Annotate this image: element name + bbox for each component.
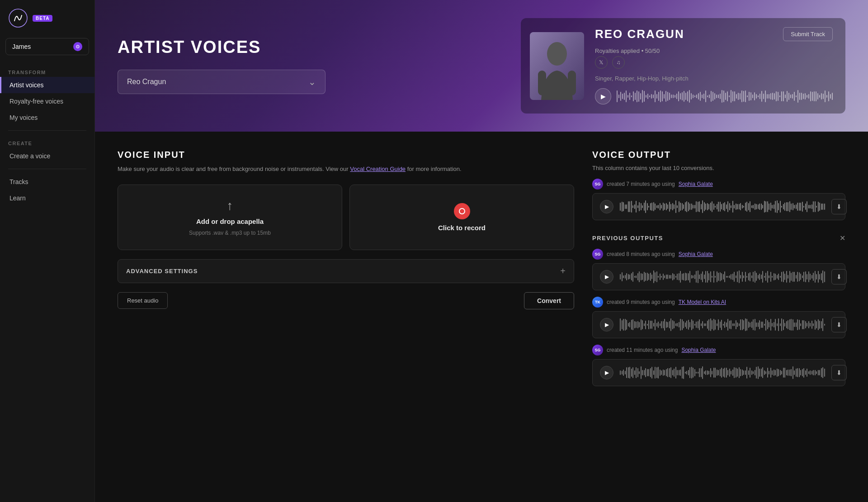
voice-input-desc-suffix: for more information. xyxy=(407,166,462,172)
prev-output-player-1: ▶ ⬇ xyxy=(592,311,845,338)
prev-output-download-button-0[interactable]: ⬇ xyxy=(831,269,847,284)
current-output-artist-link[interactable]: Sophia Galate xyxy=(679,181,713,187)
sidebar-item-label: Learn xyxy=(9,194,26,202)
submit-track-button[interactable]: Submit Track xyxy=(783,27,833,41)
artist-royalties: Royalties applied • 50/50 xyxy=(595,47,833,54)
prev-output-meta-1: TK created 9 minutes ago using TK Model … xyxy=(592,297,845,308)
sidebar-item-label: Royalty-free voices xyxy=(9,98,63,105)
vocal-creation-guide-link[interactable]: Vocal Creation Guide xyxy=(350,166,406,172)
chevron-down-icon: ⌄ xyxy=(308,76,316,87)
sidebar-item-my-voices[interactable]: My voices xyxy=(0,109,94,126)
artist-dropdown[interactable]: Reo Cragun ⌄ xyxy=(118,70,326,94)
previous-outputs-label: PREVIOUS OUTPUTS xyxy=(592,235,663,242)
avatar: SG xyxy=(592,179,603,189)
spotify-icon[interactable]: ♫ xyxy=(612,56,625,69)
artist-play-button[interactable]: ▶ xyxy=(595,88,611,104)
artist-silhouette xyxy=(530,32,584,100)
artist-social: 𝕏 ♫ xyxy=(595,56,833,69)
app-logo-icon xyxy=(8,8,28,28)
record-box-title: Click to record xyxy=(438,224,486,232)
hero-banner: ARTIST VOICES Reo Cragun ⌄ xyxy=(95,0,868,132)
voice-output-desc: This column contains your last 10 conver… xyxy=(592,165,845,171)
prev-output-download-button-1[interactable]: ⬇ xyxy=(831,317,847,332)
prev-output-player-2: ▶ ⬇ xyxy=(592,359,845,386)
sidebar-item-label: Artist voices xyxy=(9,81,43,89)
prev-output-meta-text-0: created 8 minutes ago using xyxy=(607,251,675,257)
voice-output-section: VOICE OUTPUT This column contains your l… xyxy=(592,150,845,484)
prev-output-artist-link-2[interactable]: Sophia Galate xyxy=(681,347,716,353)
voice-output-title: VOICE OUTPUT xyxy=(592,150,845,160)
artist-card-top: REO CRAGUN Submit Track xyxy=(595,27,833,44)
upload-grid: ↑ Add or drop acapella Supports .wav & .… xyxy=(118,185,574,250)
advanced-settings-row[interactable]: ADVANCED SETTINGS + xyxy=(118,259,574,283)
upload-box-subtitle: Supports .wav & .mp3 up to 15mb xyxy=(189,230,271,236)
create-section-label: CREATE xyxy=(0,135,94,148)
previous-outputs-header: PREVIOUS OUTPUTS ✕ xyxy=(592,229,845,242)
reset-audio-button[interactable]: Reset audio xyxy=(118,292,168,309)
prev-output-artist-link-1[interactable]: TK Model on Kits AI xyxy=(679,299,726,305)
plus-icon: + xyxy=(560,266,566,276)
artist-photo xyxy=(530,32,584,100)
current-output-play-button[interactable]: ▶ xyxy=(600,200,613,213)
hero-left: ARTIST VOICES Reo Cragun ⌄ xyxy=(118,38,494,94)
content-area: VOICE INPUT Make sure your audio is clea… xyxy=(95,132,868,502)
prev-output-play-button-0[interactable]: ▶ xyxy=(600,270,613,284)
prev-output-play-button-1[interactable]: ▶ xyxy=(600,318,613,332)
user-menu[interactable]: James ⚙ xyxy=(5,38,89,55)
voice-input-title: VOICE INPUT xyxy=(118,150,574,160)
avatar: SG xyxy=(592,249,603,260)
previous-output-item-1: TK created 9 minutes ago using TK Model … xyxy=(592,297,845,338)
current-output-item: SG created 7 minutes ago using Sophia Ga… xyxy=(592,179,845,220)
convert-button[interactable]: Convert xyxy=(524,292,574,309)
svg-rect-3 xyxy=(538,71,546,95)
prev-output-download-button-2[interactable]: ⬇ xyxy=(831,365,847,380)
prev-output-player-0: ▶ ⬇ xyxy=(592,263,845,290)
avatar: SG xyxy=(592,345,603,355)
sidebar-logo: BETA xyxy=(0,8,94,36)
record-box[interactable]: Click to record xyxy=(349,185,574,250)
artist-waveform-bars xyxy=(617,88,833,104)
artist-tags: Singer, Rapper, Hip-Hop, High-pitch xyxy=(595,75,833,82)
twitter-icon[interactable]: 𝕏 xyxy=(595,56,608,69)
current-output-meta: SG created 7 minutes ago using Sophia Ga… xyxy=(592,179,845,189)
prev-output-meta-text-1: created 9 minutes ago using xyxy=(607,299,675,305)
sidebar-item-learn[interactable]: Learn xyxy=(0,190,94,206)
sidebar-item-royalty-free-voices[interactable]: Royalty-free voices xyxy=(0,93,94,109)
royalties-count: 50/50 xyxy=(645,47,660,54)
upload-acapella-box[interactable]: ↑ Add or drop acapella Supports .wav & .… xyxy=(118,185,342,250)
previous-output-item-0: SG created 8 minutes ago using Sophia Ga… xyxy=(592,249,845,290)
sidebar-item-create-a-voice[interactable]: Create a voice xyxy=(0,148,94,164)
advanced-settings-label: ADVANCED SETTINGS xyxy=(126,268,198,275)
actions-row: Reset audio Convert xyxy=(118,292,574,309)
svg-point-2 xyxy=(547,42,567,66)
current-output-download-button[interactable]: ⬇ xyxy=(831,199,847,214)
previous-output-item-2: SG created 11 minutes ago using Sophia G… xyxy=(592,345,845,386)
artist-info: REO CRAGUN Submit Track Royalties applie… xyxy=(595,27,833,104)
prev-output-meta-2: SG created 11 minutes ago using Sophia G… xyxy=(592,345,845,355)
prev-output-artist-link-0[interactable]: Sophia Galate xyxy=(679,251,713,257)
artist-waveform: ▶ xyxy=(595,88,833,104)
current-output-waveform xyxy=(620,200,825,213)
user-name: James xyxy=(12,43,31,50)
upload-box-title: Add or drop acapella xyxy=(196,218,264,225)
current-output-meta-text: created 7 minutes ago using xyxy=(607,181,675,187)
svg-rect-4 xyxy=(568,71,576,95)
user-settings-icon: ⚙ xyxy=(73,42,82,51)
sidebar-item-artist-voices[interactable]: Artist voices xyxy=(0,77,94,93)
prev-output-waveform-0 xyxy=(620,270,825,284)
sidebar-item-label: Tracks xyxy=(9,178,28,185)
prev-output-play-button-2[interactable]: ▶ xyxy=(600,366,613,379)
prev-output-waveform-2 xyxy=(620,366,825,379)
voice-input-section: VOICE INPUT Make sure your audio is clea… xyxy=(118,150,574,484)
upload-icon: ↑ xyxy=(227,199,233,213)
record-dot-inner xyxy=(459,208,465,214)
sidebar-item-label: Create a voice xyxy=(9,152,50,160)
sidebar-divider-1 xyxy=(8,130,86,131)
artist-card: REO CRAGUN Submit Track Royalties applie… xyxy=(521,18,845,114)
transform-section-label: TRANSFORM xyxy=(0,64,94,77)
beta-badge: BETA xyxy=(33,15,52,22)
sidebar-item-tracks[interactable]: Tracks xyxy=(0,174,94,190)
voice-input-desc: Make sure your audio is clear and free f… xyxy=(118,165,574,174)
artist-dropdown-value: Reo Cragun xyxy=(127,78,166,86)
close-previous-outputs-icon[interactable]: ✕ xyxy=(840,234,845,242)
